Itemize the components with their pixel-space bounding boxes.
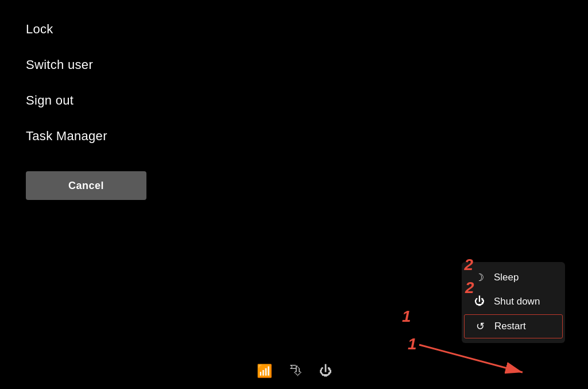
cancel-button[interactable]: Cancel xyxy=(26,171,146,200)
power-button-icon[interactable]: ⏻ xyxy=(319,364,332,379)
menu-item-switch-user[interactable]: Switch user xyxy=(26,47,146,83)
bluetooth-icon[interactable]: ⮷ xyxy=(289,364,302,379)
shutdown-label: Shut down xyxy=(494,296,540,307)
taskbar-icons: 📶 ⮷ ⏻ xyxy=(257,364,332,379)
menu-item-task-manager[interactable]: Task Manager xyxy=(26,118,146,154)
sleep-button[interactable]: ☽ Sleep xyxy=(462,265,565,290)
restart-icon: ↺ xyxy=(474,320,486,333)
annotation-number-1: 1 xyxy=(402,307,411,326)
menu-item-lock[interactable]: Lock xyxy=(26,11,146,47)
wifi-icon[interactable]: 📶 xyxy=(257,364,272,379)
power-off-icon: ⏻ xyxy=(473,295,486,307)
restart-button[interactable]: ↺ Restart xyxy=(464,314,563,338)
svg-line-1 xyxy=(419,345,523,372)
left-menu: Lock Switch user Sign out Task Manager C… xyxy=(26,11,146,200)
menu-item-sign-out[interactable]: Sign out xyxy=(26,83,146,118)
power-popup: ☽ Sleep ⏻ Shut down ↺ Restart xyxy=(462,262,565,343)
svg-text:1: 1 xyxy=(408,335,417,353)
sleep-label: Sleep xyxy=(494,272,519,283)
restart-label: Restart xyxy=(494,321,526,332)
shutdown-button[interactable]: ⏻ Shut down xyxy=(462,290,565,313)
sleep-icon: ☽ xyxy=(473,271,486,284)
